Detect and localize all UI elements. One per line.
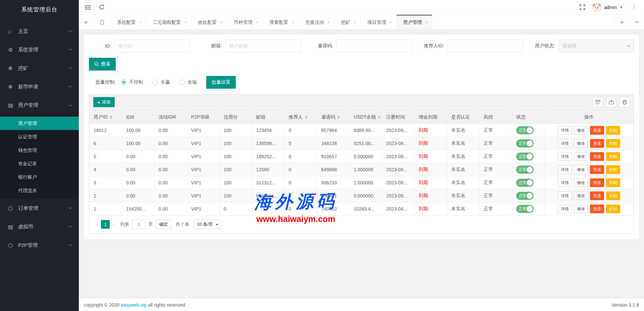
control-button[interactable]: 控制 xyxy=(606,205,620,213)
sidebar-item-orders[interactable]: ⬡订单管理 xyxy=(0,199,79,218)
close-icon[interactable]: × xyxy=(139,20,142,25)
menu-fold-icon[interactable] xyxy=(85,5,91,10)
fullscreen-icon[interactable] xyxy=(580,4,585,10)
export-icon[interactable] xyxy=(606,97,616,107)
status-toggle[interactable]: 正常 xyxy=(516,152,534,161)
status-toggle[interactable]: 正常 xyxy=(516,205,534,213)
close-icon[interactable]: × xyxy=(425,20,428,25)
detail-button[interactable]: 详情 xyxy=(558,152,572,161)
sidebar-item-new-coin[interactable]: ✻新币申请 xyxy=(0,78,79,96)
recharge-button[interactable]: 充值 xyxy=(590,178,604,187)
next-page-button[interactable]: › xyxy=(110,221,117,227)
sidebar-item-p2p[interactable]: ⬡P2P管理 xyxy=(0,236,79,255)
control-button[interactable]: 控制 xyxy=(606,152,620,161)
tab-system-config[interactable]: 系统配置× xyxy=(110,15,146,29)
close-icon[interactable]: × xyxy=(184,20,187,25)
sidebar-item-crypto[interactable]: ▤虚拟币 xyxy=(0,218,79,236)
sort-icon[interactable] xyxy=(305,114,308,120)
sidebar-subitem-bank-accounts[interactable]: 银行账户 xyxy=(0,170,79,184)
detail-button[interactable]: 详情 xyxy=(558,191,572,200)
sidebar-item-system[interactable]: ⚙系统管理 xyxy=(0,41,79,59)
close-icon[interactable]: × xyxy=(256,20,259,25)
close-icon[interactable]: × xyxy=(354,20,357,25)
sidebar-item-mining[interactable]: ✻挖矿 xyxy=(0,59,79,78)
batch-settings-button[interactable]: 批量设置 xyxy=(206,76,236,89)
sidebar-subitem-auth-management[interactable]: 认证管理 xyxy=(0,130,79,143)
radio-all-lose[interactable]: 全输 xyxy=(179,79,197,85)
print-icon[interactable] xyxy=(620,97,630,107)
page-size-select[interactable]: 10 条/页 xyxy=(194,220,221,229)
tab-user-management[interactable]: 用户管理× xyxy=(396,15,432,29)
status-toggle[interactable]: 正常 xyxy=(516,139,534,147)
goto-page-input[interactable] xyxy=(132,220,146,229)
columns-filter-icon[interactable] xyxy=(593,97,603,107)
recharge-button[interactable]: 充值 xyxy=(590,191,604,200)
tab-mining[interactable]: 挖矿× xyxy=(334,15,361,29)
sidebar-subitem-wallet-management[interactable]: 钱包管理 xyxy=(0,143,79,157)
confirm-page-button[interactable]: 确定 xyxy=(156,220,172,229)
control-button[interactable]: 控制 xyxy=(606,191,620,200)
edit-button[interactable]: 修改 xyxy=(574,191,588,200)
edit-button[interactable]: 修改 xyxy=(574,165,588,174)
tabs-scroll-left-button[interactable]: « xyxy=(79,15,94,29)
refresh-icon[interactable] xyxy=(99,4,105,10)
more-options-icon[interactable]: ⋮ xyxy=(630,4,638,11)
radio-no-control[interactable]: 不控制 xyxy=(121,79,143,85)
user-status-select[interactable]: 请选择 xyxy=(558,40,634,52)
sidebar-item-home[interactable]: ⌂主页 xyxy=(0,22,79,41)
home-tab[interactable] xyxy=(94,15,110,29)
edit-button[interactable]: 修改 xyxy=(574,126,588,135)
recharge-button[interactable]: 充值 xyxy=(590,205,604,213)
control-button[interactable]: 控制 xyxy=(606,178,620,187)
sidebar-subitem-fund-records[interactable]: 资金记录 xyxy=(0,157,79,170)
status-toggle[interactable]: 正常 xyxy=(516,166,534,174)
detail-button[interactable]: 详情 xyxy=(558,205,572,213)
edit-button[interactable]: 修改 xyxy=(574,139,588,148)
status-toggle[interactable]: 正常 xyxy=(516,179,534,187)
tab-project-management[interactable]: 项目管理× xyxy=(361,15,396,29)
recharge-button[interactable]: 充值 xyxy=(590,139,604,148)
close-icon[interactable]: × xyxy=(291,20,294,25)
add-user-button[interactable]: + 添加 xyxy=(93,97,115,107)
sidebar-subitem-agent-flow[interactable]: 代理流水 xyxy=(0,184,79,197)
tab-recharge-activity[interactable]: 充值活动× xyxy=(299,15,334,29)
footer-link[interactable]: easyweb.vip xyxy=(121,302,147,308)
edit-button[interactable]: 修改 xyxy=(574,205,588,213)
tabs-menu-button[interactable] xyxy=(629,15,644,29)
tab-payment-config[interactable]: 收款配置× xyxy=(191,15,227,29)
user-menu[interactable]: admin ▼ xyxy=(592,3,623,12)
tab-popup-config[interactable]: 弹窗配置× xyxy=(263,15,299,29)
edit-button[interactable]: 修改 xyxy=(574,152,588,161)
sidebar-item-users[interactable]: ▤用户管理 xyxy=(0,96,79,115)
close-icon[interactable]: × xyxy=(327,20,330,25)
close-icon[interactable]: × xyxy=(220,20,223,25)
detail-button[interactable]: 详情 xyxy=(558,178,572,187)
recharge-button[interactable]: 充值 xyxy=(590,152,604,161)
prev-page-button[interactable]: ‹ xyxy=(93,221,101,227)
control-button[interactable]: 控制 xyxy=(606,165,620,174)
sort-icon[interactable] xyxy=(110,114,112,120)
close-icon[interactable]: × xyxy=(389,20,392,25)
id-input[interactable] xyxy=(114,40,190,52)
referrer-id-input[interactable] xyxy=(447,40,523,52)
control-button[interactable]: 控制 xyxy=(606,126,620,135)
sort-icon[interactable] xyxy=(378,114,381,120)
sidebar-subitem-user-management[interactable]: 用户管理 xyxy=(0,117,79,130)
tabs-scroll-right-button[interactable]: » xyxy=(614,15,629,29)
status-toggle[interactable]: 正常 xyxy=(516,126,534,134)
sort-icon[interactable] xyxy=(337,114,340,120)
recharge-button[interactable]: 充值 xyxy=(590,165,604,174)
recharge-button[interactable]: 充值 xyxy=(590,126,604,135)
email-input[interactable] xyxy=(225,40,301,52)
detail-button[interactable]: 详情 xyxy=(558,139,572,148)
detail-button[interactable]: 详情 xyxy=(558,165,572,174)
invite-code-input[interactable] xyxy=(336,40,412,52)
tab-coin-management[interactable]: 币种管理× xyxy=(227,15,263,29)
tab-binary-option-config[interactable]: 二元期权配置× xyxy=(146,15,192,29)
control-button[interactable]: 控制 xyxy=(606,139,620,148)
search-button[interactable]: 搜索 xyxy=(89,58,116,71)
radio-all-win[interactable]: 全赢 xyxy=(153,79,170,85)
edit-button[interactable]: 修改 xyxy=(574,178,588,187)
page-number-button[interactable]: 1 xyxy=(101,220,110,229)
detail-button[interactable]: 详情 xyxy=(558,126,572,135)
